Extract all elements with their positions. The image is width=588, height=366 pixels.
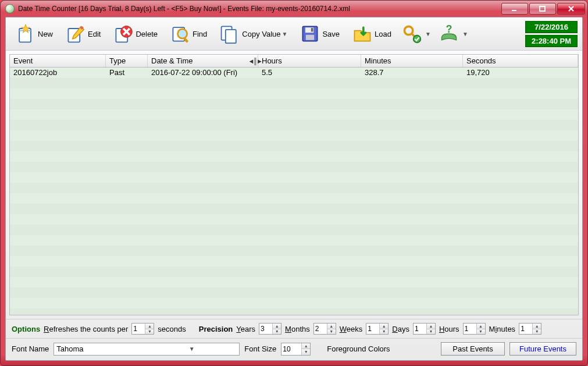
svg-rect-12 <box>226 30 236 43</box>
help-icon: ? <box>438 23 460 45</box>
col-seconds[interactable]: Seconds <box>463 55 578 67</box>
help-button[interactable]: ? ▼ <box>435 20 471 48</box>
refresh-unit: seconds <box>158 325 186 333</box>
dropdown-arrow-icon: ▼ <box>425 31 431 37</box>
years-label: Years <box>236 325 255 333</box>
months-spinner[interactable]: ▲▼ <box>313 323 336 335</box>
save-button[interactable]: Save <box>294 20 345 48</box>
font-name-value: Tahoma <box>56 344 147 353</box>
copy-label: Copy Value <box>242 30 280 38</box>
col-type[interactable]: Type <box>106 55 148 67</box>
dropdown-arrow-icon: ▼ <box>462 31 468 37</box>
fg-colors-label: Foreground Colors <box>327 344 390 353</box>
load-button[interactable]: Load <box>346 20 397 48</box>
weeks-spinner[interactable]: ▲▼ <box>366 323 389 335</box>
cell-datetime: 2016-07-22 09:00:00 (Fri) <box>148 67 258 78</box>
load-icon <box>351 23 373 45</box>
hours-label: Hours <box>439 325 459 333</box>
cell-minutes: 328.7 <box>361 67 463 78</box>
find-icon <box>169 23 191 45</box>
days-label: Days <box>392 325 409 333</box>
years-spinner[interactable]: ▲▼ <box>259 323 281 335</box>
spin-up-icon[interactable]: ▲ <box>145 324 154 329</box>
spin-down-icon[interactable]: ▼ <box>145 329 154 335</box>
days-spinner[interactable]: ▲▼ <box>413 323 436 335</box>
dropdown-arrow-icon: ▼ <box>147 346 237 352</box>
cell-seconds: 19,720 <box>463 67 578 78</box>
options-bar: Options Refreshes the counts per ▲▼ seco… <box>6 319 582 338</box>
options-header: Options <box>12 325 40 333</box>
table-row[interactable]: 20160722job Past 2016-07-22 09:00:00 (Fr… <box>10 67 578 78</box>
new-icon <box>15 23 37 45</box>
refresh-spinner[interactable]: ▲▼ <box>131 323 154 335</box>
col-hours[interactable]: Hours <box>258 55 361 67</box>
new-label: New <box>38 30 53 38</box>
new-button[interactable]: New <box>9 20 58 48</box>
clock-box: 7/22/2016 2:28:40 PM <box>525 21 578 47</box>
close-button[interactable] <box>557 3 585 15</box>
weeks-label: Weeks <box>340 325 363 333</box>
delete-button[interactable]: Delete <box>107 20 163 48</box>
svg-rect-16 <box>311 28 313 31</box>
past-events-button[interactable]: Past Events <box>441 342 505 356</box>
edit-icon <box>65 23 87 45</box>
find-button[interactable]: Find <box>164 20 212 48</box>
delete-label: Delete <box>136 30 158 38</box>
clock-time: 2:28:40 PM <box>525 35 578 47</box>
load-label: Load <box>375 30 391 38</box>
col-minutes[interactable]: Minutes <box>361 55 463 67</box>
font-name-combo[interactable]: Tahoma ▼ <box>54 343 240 356</box>
find-label: Find <box>193 30 207 38</box>
app-icon <box>5 4 15 13</box>
copy-value-button[interactable]: Copy Value ▼ <box>213 20 293 48</box>
font-name-label: Font Name <box>12 344 49 353</box>
minimize-button[interactable] <box>501 3 528 15</box>
titlebar[interactable]: Date Time Counter [16 Days Trial, 8 Day(… <box>1 1 587 17</box>
events-grid[interactable]: Event Type Date & Time ◄║► Hours Minutes… <box>9 54 579 315</box>
svg-text:?: ? <box>446 23 452 35</box>
col-datetime[interactable]: Date & Time ◄║► <box>148 55 258 67</box>
save-icon <box>299 23 321 45</box>
edit-label: Edit <box>88 30 101 38</box>
grid-body[interactable]: 20160722job Past 2016-07-22 09:00:00 (Fr… <box>10 67 578 315</box>
svg-rect-1 <box>540 6 545 11</box>
cell-hours: 5.5 <box>258 67 361 78</box>
future-events-button[interactable]: Future Events <box>509 342 576 356</box>
maximize-button[interactable] <box>529 3 556 15</box>
key-icon <box>401 23 423 45</box>
client-area: New Edit Delete Find <box>5 17 583 361</box>
grid-header[interactable]: Event Type Date & Time ◄║► Hours Minutes… <box>10 55 578 67</box>
refresh-input[interactable] <box>132 324 145 334</box>
key-button[interactable]: ▼ <box>398 20 434 48</box>
font-size-spinner[interactable]: ▲▼ <box>281 343 311 356</box>
svg-point-9 <box>178 29 187 38</box>
months-label: Months <box>285 325 310 333</box>
minutes-spinner[interactable]: ▲▼ <box>519 323 541 335</box>
copy-icon <box>219 23 241 45</box>
bottom-bar: Font Name Tahoma ▼ Font Size ▲▼ Foregrou… <box>6 338 582 360</box>
cell-type: Past <box>106 67 148 78</box>
font-size-label: Font Size <box>244 344 276 353</box>
hours-spinner[interactable]: ▲▼ <box>463 323 486 335</box>
refresh-label: Refreshes the counts per <box>44 325 128 333</box>
cell-event: 20160722job <box>10 67 106 78</box>
precision-header: Precision <box>199 325 233 333</box>
delete-icon <box>112 23 134 45</box>
dropdown-arrow-icon: ▼ <box>282 31 288 37</box>
col-event[interactable]: Event <box>10 55 106 67</box>
minutes-label: Minutes <box>489 325 516 333</box>
font-size-input[interactable] <box>281 343 301 355</box>
clock-date: 7/22/2016 <box>525 21 578 33</box>
svg-rect-15 <box>306 35 314 40</box>
toolbar: New Edit Delete Find <box>6 17 582 51</box>
svg-rect-0 <box>512 10 516 11</box>
window-frame: Date Time Counter [16 Days Trial, 8 Day(… <box>0 0 588 366</box>
edit-button[interactable]: Edit <box>59 20 106 48</box>
window-title: Date Time Counter [16 Days Trial, 8 Day(… <box>18 5 501 13</box>
save-label: Save <box>322 30 340 38</box>
